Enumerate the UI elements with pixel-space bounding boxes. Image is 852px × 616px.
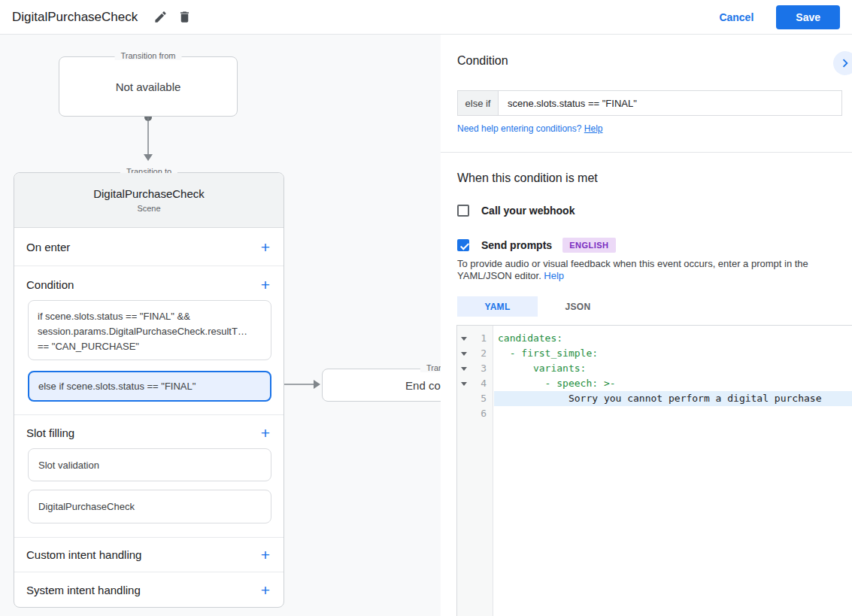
scene-editor-app: DigitalPurchaseCheck Cancel Save Transit… [0,0,852,616]
scene-name: DigitalPurchaseCheck [93,187,205,200]
end-box-title: End conversation [323,369,441,401]
condition-text-line: session.params.DigitalPurchaseCheck.resu… [38,324,262,339]
end-conversation-box[interactable]: Transition to End conversation [322,369,441,402]
editor-lines: 1 candidates: 2 - first_simple: 3 varian… [457,331,852,421]
condition-text-line: if scene.slots.status == "FINAL" && [38,309,262,324]
call-webhook-label: Call your webhook [481,205,575,217]
edit-scene-button[interactable] [148,5,172,29]
scene-type-label: Scene [137,204,160,213]
code-text: candidates: [494,331,852,346]
add-custom-intent-button[interactable]: + [259,547,271,563]
condition-operator-label: else if [458,91,499,115]
system-intent-row: System intent handling + [14,572,283,608]
code-line[interactable]: 3 variants: [457,361,852,376]
hint-text: To provide audio or visual feedback when… [457,258,808,281]
delete-scene-button[interactable] [172,5,196,29]
code-text: Sorry you cannot perform a digital purch… [494,391,852,406]
send-prompts-row: Send prompts ENGLISH [457,238,616,253]
slot-validation-text: Slot validation [38,460,99,471]
call-webhook-checkbox[interactable] [457,205,469,217]
system-intent-label: System intent handling [26,584,141,596]
flow-canvas: Transition from Not available Transition… [0,35,441,616]
editor-format-tabs: YAML JSON [457,296,618,317]
condition-help-link[interactable]: Help [584,123,603,134]
code-line[interactable]: 6 [457,406,852,421]
send-prompts-label: Send prompts [481,239,552,251]
add-on-enter-button[interactable]: + [259,239,271,255]
help-prefix-text: Need help entering conditions? [457,123,584,134]
slot-item[interactable]: DigitalPurchaseCheck [28,490,271,523]
pencil-icon [153,10,168,24]
condition-row: Condition + [14,266,283,303]
tab-yaml[interactable]: YAML [457,296,538,317]
slot-filling-label: Slot filling [26,426,74,439]
code-line-highlighted[interactable]: 5 Sorry you cannot perform a digital pur… [457,391,852,406]
page-title: DigitalPurchaseCheck [12,10,138,25]
on-enter-row: On enter + [14,228,283,266]
trash-icon [177,10,192,24]
cancel-button[interactable]: Cancel [719,11,753,23]
fold-arrow-icon[interactable] [461,337,467,341]
prompt-hint-text: To provide audio or visual feedback when… [457,258,838,282]
code-text: - first_simple: [494,346,852,361]
transition-from-box[interactable]: Transition from Not available [59,56,238,117]
line-number: 1 [481,331,487,346]
code-line[interactable]: 1 candidates: [457,331,852,346]
add-system-intent-button[interactable]: + [259,582,271,598]
condition-label: Condition [26,278,74,291]
fold-arrow-icon[interactable] [461,367,467,371]
hint-help-link[interactable]: Help [544,270,564,281]
line-number: 5 [481,391,487,406]
line-number: 3 [481,361,487,376]
condition-expression-input[interactable] [499,91,841,115]
condition-help-line: Need help entering conditions? Help [457,123,602,134]
yaml-code-editor[interactable]: 1 candidates: 2 - first_simple: 3 varian… [456,325,852,616]
on-enter-label: On enter [26,241,70,253]
scene-card: Transition to DigitalPurchaseCheck Scene… [14,172,284,608]
add-slot-button[interactable]: + [259,425,271,441]
line-number: 4 [481,376,487,391]
collapse-panel-button[interactable] [833,51,852,75]
code-text: - speech: >- [494,376,852,391]
language-badge: ENGLISH [562,238,615,253]
condition-item-elseif-selected[interactable]: else if scene.slots.status == "FINAL" [28,371,271,402]
slot-item-text: DigitalPurchaseCheck [38,501,135,512]
code-text: variants: [494,361,852,376]
condition-input-group: else if [457,90,842,116]
send-prompts-checkbox[interactable] [457,239,469,251]
tab-json[interactable]: JSON [538,296,618,317]
code-line[interactable]: 4 - speech: >- [457,376,852,391]
panel-divider [441,152,852,153]
fold-arrow-icon[interactable] [461,382,467,386]
chevron-right-icon [837,55,852,71]
code-text [494,406,852,421]
condition-text: else if scene.slots.status == "FINAL" [38,379,196,394]
condition-detail-panel: Condition else if Need help entering con… [441,35,852,616]
slot-filling-row: Slot filling + [14,414,283,451]
save-button[interactable]: Save [776,5,840,29]
add-condition-button[interactable]: + [259,277,271,293]
fold-arrow-icon[interactable] [461,352,467,356]
custom-intent-label: Custom intent handling [26,548,141,561]
webhook-row: Call your webhook [457,205,575,217]
transition-from-title: Not available [59,57,237,116]
slot-validation-item[interactable]: Slot validation [28,448,271,481]
condition-item-if[interactable]: if scene.slots.status == "FINAL" && sess… [28,300,271,360]
scene-card-header[interactable]: DigitalPurchaseCheck Scene [14,173,283,228]
line-number: 6 [481,406,487,421]
when-condition-met-title: When this condition is met [457,171,598,185]
condition-text-line: == "CAN_PURCHASE" [38,339,262,354]
panel-title: Condition [457,54,508,68]
code-line[interactable]: 2 - first_simple: [457,346,852,361]
top-bar: DigitalPurchaseCheck Cancel Save [0,0,852,35]
custom-intent-row: Custom intent handling + [14,537,283,572]
line-number: 2 [481,346,487,361]
